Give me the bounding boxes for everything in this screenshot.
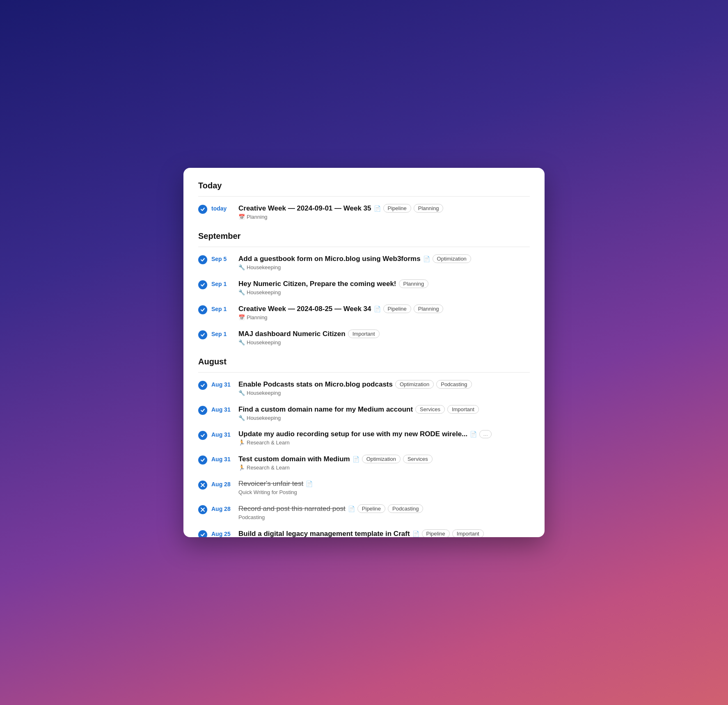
check-done-icon[interactable] (198, 530, 207, 537)
check-done-icon[interactable] (198, 255, 207, 264)
task-tag[interactable]: Pipeline (357, 504, 385, 513)
task-title: Revoicer's unfair test (238, 480, 303, 488)
task-title: Creative Week — 2024-08-25 — Week 34 (238, 305, 371, 313)
check-done-icon[interactable] (198, 280, 207, 289)
doc-icon: 📄 (374, 306, 381, 312)
subtitle-icon: 🏃 (238, 439, 245, 446)
task-row: Aug 28Record and post this narrated post… (198, 504, 530, 520)
section-divider (198, 247, 530, 247)
task-date: Aug 31 (211, 456, 234, 462)
task-tag[interactable]: Important (348, 330, 380, 338)
task-content: Build a digital legacy management templa… (238, 529, 530, 537)
subtitle-text: Planning (247, 214, 268, 220)
task-tag[interactable]: Planning (414, 204, 444, 213)
task-tag[interactable]: Pipeline (422, 529, 450, 537)
task-date: Sep 1 (211, 331, 234, 337)
task-content: Add a guestbook form on Micro.blog using… (238, 254, 530, 270)
task-title: Creative Week — 2024-09-01 — Week 35 (238, 204, 371, 213)
check-done-icon[interactable] (198, 205, 207, 214)
task-row: Sep 1Creative Week — 2024-08-25 — Week 3… (198, 304, 530, 320)
subtitle-icon: 🔧 (238, 415, 245, 421)
task-tag[interactable]: Optimization (395, 380, 434, 389)
task-tag[interactable]: Optimization (362, 455, 401, 463)
task-title-row: Test custom domain with Medium📄Optimizat… (238, 455, 530, 463)
task-title-row: Hey Numeric Citizen, Prepare the coming … (238, 279, 530, 288)
main-panel: TodaytodayCreative Week — 2024-09-01 — W… (183, 168, 545, 537)
task-tag[interactable]: Planning (399, 279, 429, 288)
subtitle-text: Housekeeping (247, 415, 281, 421)
doc-icon: 📄 (348, 506, 355, 512)
task-tag[interactable]: Planning (414, 304, 444, 313)
subtitle-icon: 🔧 (238, 339, 245, 346)
doc-icon: 📄 (374, 205, 381, 212)
task-date: Aug 25 (211, 531, 234, 537)
task-content: Find a custom domain name for my Medium … (238, 405, 530, 421)
check-cancelled-icon[interactable] (198, 481, 207, 490)
task-content: MAJ dashboard Numeric CitizenImportant🔧H… (238, 330, 530, 346)
task-content: Revoicer's unfair test📄Quick Writing for… (238, 480, 530, 495)
task-content: Test custom domain with Medium📄Optimizat… (238, 455, 530, 471)
task-subtitle: 📅Planning (238, 314, 530, 320)
task-row: Aug 31Test custom domain with Medium📄Opt… (198, 455, 530, 471)
task-title-row: Creative Week — 2024-08-25 — Week 34📄Pip… (238, 304, 530, 313)
subtitle-text: Housekeeping (247, 289, 281, 295)
section-divider (198, 196, 530, 197)
doc-icon: 📄 (423, 256, 430, 262)
task-subtitle: 🔧Housekeeping (238, 390, 530, 396)
task-tag[interactable]: Services (415, 405, 445, 414)
task-date: Sep 5 (211, 256, 234, 262)
task-tag[interactable]: Pipeline (383, 304, 411, 313)
task-content: Record and post this narrated post📄Pipel… (238, 504, 530, 520)
task-tag[interactable]: Podcasting (388, 504, 423, 513)
section-august: AugustAug 31Enable Podcasts stats on Mic… (198, 357, 530, 537)
task-title-row: Creative Week — 2024-09-01 — Week 35📄Pip… (238, 204, 530, 213)
check-done-icon[interactable] (198, 431, 207, 440)
task-subtitle: 🏃Research & Learn (238, 465, 530, 471)
check-done-icon[interactable] (198, 456, 207, 465)
task-tag[interactable]: Optimization (433, 254, 471, 263)
task-subtitle: Podcasting (238, 514, 530, 520)
task-content: Enable Podcasts stats on Micro.blog podc… (238, 380, 530, 396)
task-title-row: Revoicer's unfair test📄 (238, 480, 530, 488)
task-tag[interactable]: Podcasting (436, 380, 472, 389)
check-done-icon[interactable] (198, 406, 207, 415)
subtitle-text: Quick Writing for Posting (238, 489, 297, 495)
task-row: Aug 31Enable Podcasts stats on Micro.blo… (198, 380, 530, 396)
task-subtitle: Quick Writing for Posting (238, 489, 530, 495)
task-row: Sep 1MAJ dashboard Numeric CitizenImport… (198, 330, 530, 346)
task-content: Update my audio recording setup for use … (238, 430, 530, 446)
task-date: today (211, 205, 234, 212)
task-content: Creative Week — 2024-08-25 — Week 34📄Pip… (238, 304, 530, 320)
task-row: Aug 25Build a digital legacy management … (198, 529, 530, 537)
task-date: Sep 1 (211, 281, 234, 287)
task-date: Sep 1 (211, 306, 234, 312)
check-done-icon[interactable] (198, 305, 207, 314)
task-date: Aug 31 (211, 431, 234, 438)
task-subtitle: 🔧Housekeeping (238, 415, 530, 421)
section-september: SeptemberSep 5Add a guestbook form on Mi… (198, 231, 530, 346)
task-title: Enable Podcasts stats on Micro.blog podc… (238, 380, 393, 389)
ellipsis-tag: … (479, 430, 492, 438)
check-done-icon[interactable] (198, 381, 207, 390)
task-row: Sep 5Add a guestbook form on Micro.blog … (198, 254, 530, 270)
task-date: Aug 31 (211, 406, 234, 413)
task-tag[interactable]: Important (447, 405, 479, 414)
subtitle-text: Podcasting (238, 514, 265, 520)
task-tag[interactable]: Services (403, 455, 433, 463)
task-tag[interactable]: Important (452, 529, 484, 537)
section-today: TodaytodayCreative Week — 2024-09-01 — W… (198, 181, 530, 220)
task-title: Add a guestbook form on Micro.blog using… (238, 255, 421, 263)
task-row: todayCreative Week — 2024-09-01 — Week 3… (198, 204, 530, 220)
check-done-icon[interactable] (198, 330, 207, 339)
subtitle-text: Research & Learn (247, 465, 290, 471)
task-title: Hey Numeric Citizen, Prepare the coming … (238, 280, 396, 288)
doc-icon: 📄 (470, 431, 477, 437)
section-title: August (198, 357, 530, 366)
check-cancelled-icon[interactable] (198, 505, 207, 514)
doc-icon: 📄 (353, 456, 359, 462)
task-title: MAJ dashboard Numeric Citizen (238, 330, 346, 338)
task-title-row: Enable Podcasts stats on Micro.blog podc… (238, 380, 530, 389)
task-date: Aug 28 (211, 481, 234, 488)
task-tag[interactable]: Pipeline (383, 204, 411, 213)
doc-icon: 📄 (412, 531, 419, 537)
